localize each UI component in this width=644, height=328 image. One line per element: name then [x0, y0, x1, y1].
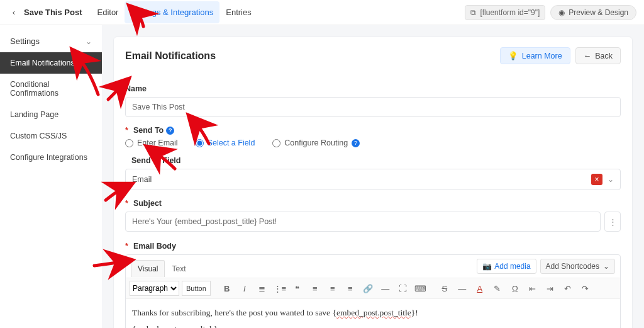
- editor-tab-visual[interactable]: Visual: [131, 260, 165, 277]
- radio-configure-routing[interactable]: Configure Routing ?: [272, 139, 360, 147]
- form-area: Name Send To ? Enter Email Select a Fiel…: [114, 71, 632, 328]
- shortcode-badge[interactable]: ⧉ [fluentform id="9"]: [465, 5, 545, 20]
- camera-icon: 📷: [482, 262, 492, 271]
- hr-button[interactable]: —: [455, 281, 470, 296]
- clear-formatting-button[interactable]: ✎: [490, 281, 505, 296]
- back-arrow[interactable]: ‹: [8, 8, 20, 17]
- sidebar-item-conditional-confirmations[interactable]: Conditional Confirmations: [0, 74, 102, 104]
- wysiwyg-editor: Visual Text 📷 Add media Add Shortcodes ⌄: [125, 254, 621, 328]
- subject-label: Subject: [125, 199, 621, 208]
- read-more-button[interactable]: —: [378, 281, 393, 296]
- content-area: Email Notifications 💡 Learn More ← Back …: [102, 25, 644, 328]
- fullscreen-button[interactable]: ⛶: [396, 281, 411, 296]
- radio-enter-email-input[interactable]: [125, 139, 133, 147]
- send-to-field-select[interactable]: Email × ⌄: [125, 169, 621, 190]
- top-bar: ‹ Save This Post Editor Settings & Integ…: [0, 0, 644, 25]
- body-token: embed_post.post_title: [336, 308, 411, 317]
- shortcode-text: [fluentform id="9"]: [480, 8, 540, 17]
- sendto-label: Send To ?: [125, 126, 621, 135]
- learn-more-button[interactable]: 💡 Learn More: [500, 47, 570, 64]
- link-button[interactable]: 🔗: [360, 281, 375, 296]
- add-shortcodes-label: Add Shortcodes: [546, 262, 599, 271]
- dropdown-caret-icon: ⌄: [608, 175, 614, 184]
- add-media-button[interactable]: 📷 Add media: [477, 259, 536, 274]
- radio-configure-routing-label: Configure Routing: [284, 139, 348, 147]
- sidebar-item-landing-page[interactable]: Landing Page: [0, 104, 102, 125]
- help-icon[interactable]: ?: [166, 127, 174, 135]
- post-title: Save This Post: [24, 8, 82, 17]
- sendto-radios: Enter Email Select a Field Configure Rou…: [125, 139, 621, 147]
- radio-configure-routing-input[interactable]: [272, 139, 280, 147]
- subject-input[interactable]: [125, 212, 601, 232]
- help-icon[interactable]: ?: [352, 139, 360, 147]
- editor-line-2: {embed_post.permalink}: [132, 324, 614, 328]
- tab-editor[interactable]: Editor: [91, 1, 125, 23]
- strikethrough-button[interactable]: S: [437, 281, 452, 296]
- radio-select-field-label: Select a Field: [208, 139, 255, 147]
- radio-enter-email[interactable]: Enter Email: [125, 139, 178, 147]
- undo-button[interactable]: ↶: [560, 281, 575, 296]
- card-header: Email Notifications 💡 Learn More ← Back: [114, 37, 632, 71]
- radio-select-field[interactable]: Select a Field: [196, 139, 255, 147]
- subject-shortcode-menu[interactable]: ⋮: [604, 212, 621, 232]
- bullet-list-button[interactable]: ≣: [255, 281, 270, 296]
- body-text: Thanks for subscribing, here's the post …: [132, 308, 336, 317]
- body-text: }!: [411, 308, 418, 317]
- sidebar-item-configure-integrations[interactable]: Configure Integrations: [0, 147, 102, 168]
- name-input[interactable]: [125, 97, 621, 117]
- radio-select-field-input[interactable]: [196, 139, 204, 147]
- add-shortcodes-button[interactable]: Add Shortcodes ⌄: [540, 259, 615, 274]
- sendto-label-text: Send To: [133, 126, 164, 135]
- back-button[interactable]: ← Back: [575, 47, 621, 64]
- align-right-button[interactable]: ≡: [343, 281, 358, 296]
- outdent-button[interactable]: ⇤: [525, 281, 540, 296]
- editor-line-1: Thanks for subscribing, here's the post …: [132, 308, 614, 318]
- notification-card: Email Notifications 💡 Learn More ← Back …: [113, 37, 633, 328]
- send-to-field-label: Send to Field: [131, 156, 621, 165]
- italic-button[interactable]: I: [237, 281, 252, 296]
- body-token: embed_post.permalink: [136, 324, 213, 328]
- email-body-label: Email Body: [125, 242, 621, 251]
- send-to-field-value: Email: [132, 175, 152, 184]
- editor-body[interactable]: Thanks for subscribing, here's the post …: [126, 299, 620, 328]
- block-format-select[interactable]: Paragraph: [130, 281, 179, 296]
- bold-button[interactable]: B: [219, 281, 235, 296]
- chevron-down-icon: ⌄: [603, 262, 609, 271]
- tab-entries[interactable]: Entries: [219, 1, 257, 23]
- editor-top-tabs: Visual Text 📷 Add media Add Shortcodes ⌄: [126, 255, 620, 278]
- text-color-button[interactable]: A: [472, 281, 487, 296]
- special-char-button[interactable]: Ω: [508, 281, 523, 296]
- numbered-list-button[interactable]: ⋮≡: [272, 281, 287, 296]
- back-icon: ←: [584, 52, 592, 60]
- sidebar-item-custom-css-js[interactable]: Custom CSS/JS: [0, 125, 102, 147]
- redo-button[interactable]: ↷: [578, 281, 593, 296]
- sidebar-item-email-notifications[interactable]: Email Notifications: [0, 52, 102, 74]
- sidebar-section-settings[interactable]: Settings ⌄: [0, 30, 102, 52]
- preview-label: Preview & Design: [569, 8, 628, 17]
- chevron-down-icon: ⌄: [86, 37, 92, 46]
- main: Settings ⌄ Email Notifications Condition…: [0, 25, 644, 328]
- editor-toolbar: Paragraph Button B I ≣ ⋮≡ ❝ ≡ ≡ ≡ 🔗 —: [126, 278, 620, 299]
- name-label: Name: [125, 84, 621, 93]
- add-media-label: Add media: [494, 262, 530, 271]
- align-left-button[interactable]: ≡: [308, 281, 323, 296]
- sidebar-section-label: Settings: [10, 37, 40, 46]
- insert-button-button[interactable]: Button: [182, 281, 211, 296]
- align-center-button[interactable]: ≡: [325, 281, 340, 296]
- editor-tab-text[interactable]: Text: [165, 260, 192, 277]
- tab-settings-integrations[interactable]: Settings & Integrations: [125, 1, 219, 23]
- body-text: }: [214, 324, 218, 328]
- card-title: Email Notifications: [125, 50, 216, 62]
- learn-more-label: Learn More: [522, 52, 562, 60]
- indent-button[interactable]: ⇥: [543, 281, 558, 296]
- toolbar-toggle-button[interactable]: ⌨: [413, 281, 428, 296]
- eye-icon: ◉: [558, 8, 565, 17]
- blockquote-button[interactable]: ❝: [290, 281, 305, 296]
- bulb-icon: 💡: [508, 51, 518, 60]
- sidebar: Settings ⌄ Email Notifications Condition…: [0, 25, 102, 328]
- clear-field-icon[interactable]: ×: [591, 174, 602, 185]
- preview-design-button[interactable]: ◉ Preview & Design: [550, 5, 636, 20]
- copy-icon: ⧉: [470, 8, 476, 17]
- back-label: Back: [595, 52, 613, 60]
- radio-enter-email-label: Enter Email: [137, 139, 178, 147]
